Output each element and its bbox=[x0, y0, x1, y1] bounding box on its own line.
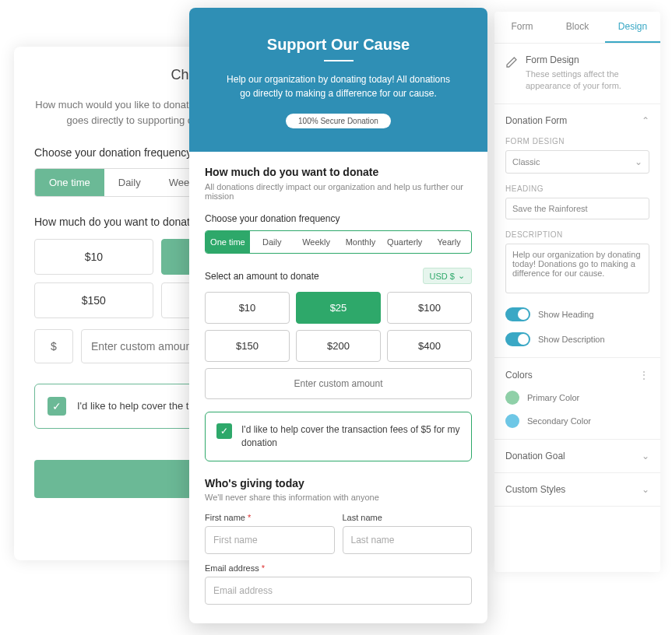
primary-color-swatch bbox=[505, 391, 519, 405]
first-name-input[interactable] bbox=[205, 526, 335, 554]
settings-colors-section: Colors ⋮ Primary Color Secondary Color bbox=[494, 358, 660, 440]
secondary-color-swatch bbox=[505, 414, 519, 428]
main-donation-card: Support Our Cause Help our organization … bbox=[189, 8, 487, 623]
main-who-subtext: We'll never share this information with … bbox=[205, 493, 472, 502]
tab-design[interactable]: Design bbox=[605, 12, 660, 43]
secure-badge: 100% Secure Donation bbox=[286, 114, 391, 128]
form-design-select[interactable]: Classic ⌄ bbox=[505, 150, 649, 174]
main-freq-weekly[interactable]: Weekly bbox=[294, 231, 339, 253]
description-label: DESCRIPTION bbox=[505, 230, 649, 239]
colors-header[interactable]: Colors ⋮ bbox=[505, 369, 649, 381]
custom-styles-header[interactable]: Custom Styles ⌄ bbox=[505, 484, 649, 495]
show-description-label: Show Description bbox=[538, 335, 605, 344]
main-freq-yearly[interactable]: Yearly bbox=[427, 231, 471, 253]
pencil-icon bbox=[505, 56, 518, 68]
currency-value: USD $ bbox=[430, 272, 455, 281]
show-description-toggle[interactable] bbox=[505, 332, 530, 346]
chevron-down-icon: ⌄ bbox=[642, 484, 649, 495]
heading-input[interactable] bbox=[505, 198, 649, 219]
back-freq-daily[interactable]: Daily bbox=[104, 169, 155, 196]
main-amount-400[interactable]: $400 bbox=[387, 330, 472, 362]
back-freq-one-time[interactable]: One time bbox=[35, 169, 104, 196]
form-design-title: Form Design bbox=[526, 54, 649, 65]
main-desc: Help our organization by donating today!… bbox=[213, 72, 464, 100]
secondary-color-row[interactable]: Secondary Color bbox=[505, 414, 649, 428]
email-label: Email address * bbox=[205, 563, 472, 573]
chevron-down-icon: ⌄ bbox=[635, 156, 642, 167]
settings-panel: Form Block Design Form Design These sett… bbox=[494, 12, 660, 572]
form-design-select-label: FORM DESIGN bbox=[505, 137, 649, 146]
main-body: How much do you want to donate All donat… bbox=[189, 152, 487, 623]
donation-goal-header[interactable]: Donation Goal ⌄ bbox=[505, 451, 649, 461]
tab-form[interactable]: Form bbox=[494, 12, 550, 43]
chevron-down-icon: ⌄ bbox=[458, 271, 465, 281]
description-textarea[interactable] bbox=[505, 244, 649, 293]
email-input[interactable] bbox=[205, 577, 472, 605]
main-cover-fees-box[interactable]: ✓ I'd like to help cover the transaction… bbox=[205, 412, 472, 461]
settings-custom-styles-section: Custom Styles ⌄ bbox=[494, 473, 660, 507]
chevron-down-icon: ⌄ bbox=[642, 451, 649, 461]
main-amount-25[interactable]: $25 bbox=[296, 292, 381, 324]
settings-donation-goal-section: Donation Goal ⌄ bbox=[494, 440, 660, 473]
main-amount-grid: $10 $25 $100 $150 $200 $400 bbox=[205, 292, 472, 362]
main-amount-150[interactable]: $150 bbox=[205, 330, 290, 362]
first-name-label: First name * bbox=[205, 513, 335, 522]
main-question: How much do you want to donate bbox=[205, 166, 472, 178]
settings-donation-form-section: Donation Form ⌃ FORM DESIGN Classic ⌄ HE… bbox=[494, 104, 660, 358]
primary-color-row[interactable]: Primary Color bbox=[505, 391, 649, 405]
main-amount-200[interactable]: $200 bbox=[296, 330, 381, 362]
main-header: Support Our Cause Help our organization … bbox=[189, 8, 487, 152]
main-freq-label: Choose your donation frequency bbox=[205, 213, 472, 224]
last-name-input[interactable] bbox=[343, 526, 473, 554]
heading-label: HEADING bbox=[505, 184, 649, 193]
last-name-label: Last name bbox=[343, 513, 473, 522]
back-amount-150[interactable]: $150 bbox=[34, 282, 153, 318]
main-freq-daily[interactable]: Daily bbox=[250, 231, 294, 253]
chevron-up-icon: ⌃ bbox=[642, 115, 649, 126]
colors-label: Colors bbox=[505, 370, 533, 381]
checkmark-icon: ✓ bbox=[47, 397, 66, 416]
main-freq-monthly[interactable]: Monthly bbox=[338, 231, 382, 253]
main-freq-quarterly[interactable]: Quarterly bbox=[382, 231, 427, 253]
main-subtext: All donations directly impact our organi… bbox=[205, 182, 472, 201]
back-amount-10[interactable]: $10 bbox=[34, 239, 153, 275]
checkmark-icon: ✓ bbox=[216, 423, 232, 439]
main-amount-100[interactable]: $100 bbox=[387, 292, 472, 324]
more-icon[interactable]: ⋮ bbox=[639, 369, 649, 381]
title-underline bbox=[324, 60, 354, 61]
back-currency-prefix: $ bbox=[34, 329, 73, 363]
secondary-color-label: Secondary Color bbox=[527, 416, 591, 426]
show-heading-row: Show Heading bbox=[505, 307, 649, 321]
main-freq-one-time[interactable]: One time bbox=[206, 231, 250, 253]
tab-block[interactable]: Block bbox=[550, 12, 605, 43]
show-heading-toggle[interactable] bbox=[505, 307, 530, 321]
main-amount-10[interactable]: $10 bbox=[205, 292, 290, 324]
main-freq-group: One time Daily Weekly Monthly Quarterly … bbox=[205, 230, 472, 254]
main-select-label: Select an amount to donate bbox=[205, 271, 319, 282]
custom-styles-label: Custom Styles bbox=[505, 484, 565, 495]
donation-form-label: Donation Form bbox=[505, 115, 567, 126]
currency-select[interactable]: USD $ ⌄ bbox=[423, 268, 472, 284]
form-design-value: Classic bbox=[512, 157, 540, 167]
show-description-row: Show Description bbox=[505, 332, 649, 346]
primary-color-label: Primary Color bbox=[527, 393, 579, 402]
main-name-row: First name * Last name bbox=[205, 513, 472, 554]
show-heading-label: Show Heading bbox=[538, 310, 594, 319]
main-title: Support Our Cause bbox=[213, 36, 464, 54]
donation-goal-label: Donation Goal bbox=[505, 451, 565, 461]
form-design-desc: These settings affect the appearance of … bbox=[526, 68, 649, 93]
settings-form-design: Form Design These settings affect the ap… bbox=[494, 44, 660, 104]
main-select-row: Select an amount to donate USD $ ⌄ bbox=[205, 268, 472, 284]
main-cover-text: I'd like to help cover the transaction f… bbox=[241, 423, 460, 450]
donation-form-header[interactable]: Donation Form ⌃ bbox=[505, 115, 649, 126]
settings-tabs: Form Block Design bbox=[494, 12, 660, 44]
main-custom-input[interactable] bbox=[205, 368, 472, 399]
main-who-title: Who's giving today bbox=[205, 477, 472, 489]
